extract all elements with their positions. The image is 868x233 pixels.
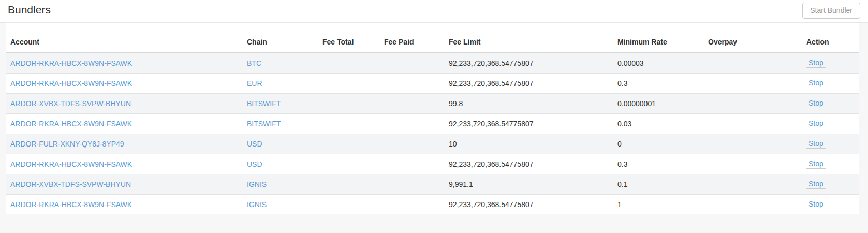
stop-cell: Stop (802, 154, 859, 174)
minimum-rate-cell: 0.03 (613, 113, 703, 134)
page-title: Bundlers (8, 4, 51, 16)
account-cell: ARDOR-FULR-XKNY-QY8J-8YP49 (6, 134, 242, 154)
stop-cell: Stop (802, 194, 859, 214)
chain-cell: IGNIS (242, 194, 318, 214)
fee-total-cell (318, 73, 379, 93)
fee-paid-cell (379, 73, 444, 93)
overpay-cell (703, 154, 802, 174)
account-link[interactable]: ARDOR-XVBX-TDFS-SVPW-BHYUN (10, 180, 131, 188)
fee-limit-cell: 92,233,720,368.54775807 (444, 154, 613, 174)
stop-link[interactable]: Stop (806, 139, 826, 149)
chain-cell: EUR (242, 73, 318, 93)
bundlers-table-body: ARDOR-RKRA-HBCX-8W9N-FSAWKBTC92,233,720,… (6, 53, 859, 214)
chain-cell: IGNIS (242, 174, 318, 194)
stop-cell: Stop (802, 113, 859, 134)
account-link[interactable]: ARDOR-RKRA-HBCX-8W9N-FSAWK (10, 160, 132, 168)
fee-paid-cell (379, 154, 444, 174)
chain-link[interactable]: IGNIS (247, 200, 267, 209)
fee-limit-cell: 92,233,720,368.54775807 (444, 113, 613, 134)
chain-cell: USD (242, 154, 318, 174)
account-cell: ARDOR-XVBX-TDFS-SVPW-BHYUN (6, 174, 242, 194)
table-header: Account Chain Fee Total Fee Paid Fee Lim… (6, 32, 859, 53)
table-header-row: Account Chain Fee Total Fee Paid Fee Lim… (6, 32, 859, 53)
overpay-cell (703, 174, 802, 194)
fee-limit-cell: 92,233,720,368.54775807 (444, 73, 613, 93)
table-row: ARDOR-XVBX-TDFS-SVPW-BHYUNBITSWIFT99.80.… (6, 93, 859, 113)
account-cell: ARDOR-RKRA-HBCX-8W9N-FSAWK (6, 194, 242, 214)
stop-cell: Stop (802, 73, 859, 93)
account-link[interactable]: ARDOR-XVBX-TDFS-SVPW-BHYUN (10, 99, 131, 108)
fee-paid-cell (379, 93, 444, 113)
column-header-fee-total: Fee Total (318, 32, 379, 53)
fee-limit-cell: 92,233,720,368.54775807 (444, 194, 613, 214)
table-row: ARDOR-RKRA-HBCX-8W9N-FSAWKEUR92,233,720,… (6, 73, 859, 93)
fee-total-cell (318, 134, 379, 154)
start-bundler-button[interactable]: Start Bundler (802, 3, 860, 19)
table-row: ARDOR-RKRA-HBCX-8W9N-FSAWKBTC92,233,720,… (6, 53, 859, 73)
fee-paid-cell (379, 174, 444, 194)
account-link[interactable]: ARDOR-RKRA-HBCX-8W9N-FSAWK (10, 79, 132, 88)
chain-link[interactable]: USD (247, 160, 262, 168)
table-row: ARDOR-RKRA-HBCX-8W9N-FSAWKBITSWIFT92,233… (6, 113, 859, 134)
table-row: ARDOR-RKRA-HBCX-8W9N-FSAWKIGNIS92,233,72… (6, 194, 859, 214)
account-link[interactable]: ARDOR-RKRA-HBCX-8W9N-FSAWK (10, 120, 132, 128)
overpay-cell (703, 194, 802, 214)
chain-link[interactable]: BITSWIFT (247, 120, 281, 128)
minimum-rate-cell: 0.00000001 (613, 93, 703, 113)
account-link[interactable]: ARDOR-RKRA-HBCX-8W9N-FSAWK (10, 59, 132, 67)
chain-link[interactable]: EUR (247, 79, 262, 88)
chain-link[interactable]: IGNIS (247, 180, 267, 188)
fee-total-cell (318, 174, 379, 194)
stop-link[interactable]: Stop (806, 79, 826, 88)
column-header-overpay: Overpay (703, 32, 802, 53)
column-header-action: Action (802, 32, 859, 53)
chain-cell: BTC (242, 53, 318, 73)
minimum-rate-cell: 0 (613, 134, 703, 154)
chain-link[interactable]: USD (247, 140, 262, 148)
stop-link[interactable]: Stop (806, 159, 826, 169)
chain-cell: BITSWIFT (242, 93, 318, 113)
stop-link[interactable]: Stop (806, 119, 826, 128)
stop-link[interactable]: Stop (806, 180, 826, 189)
stop-cell: Stop (802, 53, 859, 73)
fee-total-cell (318, 154, 379, 174)
stop-link[interactable]: Stop (806, 99, 826, 108)
account-link[interactable]: ARDOR-RKRA-HBCX-8W9N-FSAWK (10, 200, 132, 209)
stop-link[interactable]: Stop (806, 200, 826, 209)
fee-total-cell (318, 113, 379, 134)
overpay-cell (703, 113, 802, 134)
fee-paid-cell (379, 53, 444, 73)
column-header-chain: Chain (242, 32, 318, 53)
account-cell: ARDOR-RKRA-HBCX-8W9N-FSAWK (6, 154, 242, 174)
fee-total-cell (318, 93, 379, 113)
overpay-cell (703, 134, 802, 154)
stop-cell: Stop (802, 134, 859, 154)
fee-total-cell (318, 53, 379, 73)
account-cell: ARDOR-XVBX-TDFS-SVPW-BHYUN (6, 93, 242, 113)
table-row: ARDOR-RKRA-HBCX-8W9N-FSAWKUSD92,233,720,… (6, 154, 859, 174)
column-header-account: Account (6, 32, 242, 53)
chain-cell: USD (242, 134, 318, 154)
fee-limit-cell: 92,233,720,368.54775807 (444, 53, 613, 73)
minimum-rate-cell: 1 (613, 194, 703, 214)
fee-paid-cell (379, 194, 444, 214)
chain-cell: BITSWIFT (242, 113, 318, 134)
overpay-cell (703, 53, 802, 73)
column-header-fee-paid: Fee Paid (379, 32, 444, 53)
minimum-rate-cell: 0.3 (613, 154, 703, 174)
overpay-cell (703, 73, 802, 93)
fee-paid-cell (379, 113, 444, 134)
fee-total-cell (318, 194, 379, 214)
fee-paid-cell (379, 134, 444, 154)
table-row: ARDOR-FULR-XKNY-QY8J-8YP49USD100Stop (6, 134, 859, 154)
column-header-fee-limit: Fee Limit (444, 32, 613, 53)
chain-link[interactable]: BITSWIFT (247, 99, 281, 108)
account-cell: ARDOR-RKRA-HBCX-8W9N-FSAWK (6, 73, 242, 93)
stop-link[interactable]: Stop (806, 59, 826, 68)
minimum-rate-cell: 0.3 (613, 73, 703, 93)
top-bar: Bundlers Start Bundler (0, 0, 868, 23)
chain-link[interactable]: BTC (247, 59, 261, 67)
stop-cell: Stop (802, 93, 859, 113)
stop-cell: Stop (802, 174, 859, 194)
account-link[interactable]: ARDOR-FULR-XKNY-QY8J-8YP49 (10, 140, 124, 148)
